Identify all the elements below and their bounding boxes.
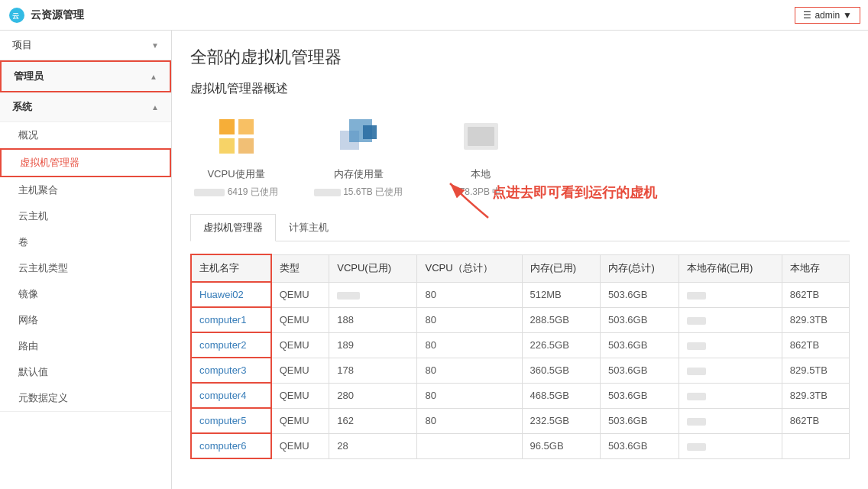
table-row: computer4QEMU28080468.5GB503.6GB829.3TB — [191, 383, 850, 408]
local-icon — [454, 109, 507, 163]
admin-button[interactable]: ☰ admin ▼ — [795, 7, 860, 24]
svg-rect-2 — [219, 119, 235, 134]
cell-type: QEMU — [271, 433, 329, 458]
cell-type: QEMU — [271, 383, 329, 408]
cell-host-name[interactable]: computer4 — [191, 383, 271, 408]
vcpu-stat-card: VCPU使用量 6419 已使用 — [190, 109, 282, 199]
local-used-blurred — [687, 393, 706, 400]
svg-rect-3 — [238, 119, 254, 134]
topbar: 云 云资源管理 ☰ admin ▼ — [0, 0, 868, 31]
admin-chevron-icon: ▼ — [843, 10, 852, 21]
local-used-blurred — [687, 418, 706, 426]
cell-host-name[interactable]: computer2 — [191, 332, 271, 358]
col-vcpu-total: VCPU（总计） — [417, 254, 522, 282]
sidebar-network-label: 网络 — [18, 314, 38, 325]
sidebar-item-metadata[interactable]: 元数据定义 — [0, 385, 171, 411]
cell-vcpu-used: 280 — [329, 383, 417, 408]
logo-icon: 云 — [8, 6, 26, 24]
local-used-blurred — [687, 342, 706, 350]
col-vcpu-used: VCPU(已用) — [329, 254, 417, 282]
admin-menu-icon: ☰ — [803, 10, 811, 21]
sidebar-system-section[interactable]: 系统 ▲ — [0, 92, 171, 122]
cell-local-used — [679, 433, 782, 458]
cell-type: QEMU — [271, 332, 329, 358]
sidebar-item-vm-manager[interactable]: 虚拟机管理器 — [0, 148, 171, 177]
stats-row: VCPU使用量 6419 已使用 内存使用量 — [190, 109, 850, 199]
sidebar-volume-label: 卷 — [18, 236, 28, 248]
cell-local-used — [679, 358, 782, 383]
local-used-blurred — [687, 368, 706, 375]
svg-rect-5 — [238, 138, 254, 154]
cell-mem-total: 503.6GB — [601, 307, 679, 332]
cell-mem-used: 468.5GB — [522, 383, 601, 408]
memory-text: 15.6TB 已使用 — [343, 186, 403, 197]
memory-blurred — [314, 189, 341, 196]
memory-icon — [332, 109, 385, 163]
local-used-blurred — [687, 443, 706, 451]
system-chevron-icon: ▲ — [151, 103, 159, 112]
tabs: 虚拟机管理器 计算主机 — [190, 214, 850, 241]
table-row: computer5QEMU16280232.5GB503.6GB862TB — [191, 408, 850, 433]
sidebar-default-label: 默认值 — [18, 366, 48, 377]
cell-mem-used: 360.5GB — [522, 358, 601, 383]
sidebar-item-cloud-host-type[interactable]: 云主机类型 — [0, 255, 171, 281]
sidebar-cloud-host-type-label: 云主机类型 — [18, 262, 68, 274]
cell-vcpu-used — [329, 282, 417, 307]
cell-mem-used: 226.5GB — [522, 332, 601, 358]
vcpu-used-blurred — [337, 292, 360, 300]
sidebar-item-default[interactable]: 默认值 — [0, 359, 171, 385]
tab-compute-host[interactable]: 计算主机 — [276, 214, 342, 241]
cell-host-name[interactable]: computer6 — [191, 433, 271, 458]
sidebar-item-overview[interactable]: 概况 — [0, 122, 171, 148]
svg-rect-10 — [468, 127, 494, 146]
sidebar-item-host-aggregate[interactable]: 主机聚合 — [0, 177, 171, 203]
cell-local-total: 829.5TB — [782, 358, 849, 383]
sidebar-item-cloud-host[interactable]: 云主机 — [0, 203, 171, 229]
sidebar-item-network[interactable]: 网络 — [0, 307, 171, 333]
table-row: computer6QEMU2896.5GB503.6GB — [191, 433, 850, 458]
cell-vcpu-total: 80 — [417, 332, 522, 358]
sidebar-image-label: 镜像 — [18, 288, 38, 300]
cell-mem-total: 503.6GB — [601, 383, 679, 408]
sidebar-item-route[interactable]: 路由 — [0, 333, 171, 359]
cell-local-total: 862TB — [782, 408, 849, 433]
col-mem-total: 内存(总计) — [601, 254, 679, 282]
col-local-total: 本地存 — [782, 254, 849, 282]
cell-local-used — [679, 408, 782, 433]
sidebar-cloud-host-label: 云主机 — [18, 210, 48, 222]
cell-vcpu-total: 80 — [417, 408, 522, 433]
cell-vcpu-total: 80 — [417, 383, 522, 408]
cell-host-name[interactable]: computer3 — [191, 358, 271, 383]
tab-compute-host-label: 计算主机 — [289, 222, 329, 233]
cell-local-total: 829.3TB — [782, 383, 849, 408]
table-row: computer3QEMU17880360.5GB503.6GB829.5TB — [191, 358, 850, 383]
cell-mem-used: 232.5GB — [522, 408, 601, 433]
sidebar-admin-label: 管理员 — [14, 70, 44, 83]
cell-local-total: 862TB — [782, 332, 849, 358]
local-used-blurred — [687, 317, 706, 325]
memory-value: 15.6TB 已使用 — [314, 186, 403, 199]
cell-mem-used: 288.5GB — [522, 307, 601, 332]
tab-vm-manager[interactable]: 虚拟机管理器 — [190, 214, 276, 241]
cell-mem-total: 503.6GB — [601, 408, 679, 433]
cell-local-used — [679, 383, 782, 408]
sidebar-admin-section[interactable]: 管理员 ▲ — [0, 60, 171, 92]
table-row: computer1QEMU18880288.5GB503.6GB829.3TB — [191, 307, 850, 332]
vcpu-label: VCPU使用量 — [207, 167, 264, 181]
sidebar-item-image[interactable]: 镜像 — [0, 281, 171, 307]
cell-host-name[interactable]: Huawei02 — [191, 282, 271, 307]
cell-mem-total: 503.6GB — [601, 433, 679, 458]
cell-host-name[interactable]: computer5 — [191, 408, 271, 433]
cell-vcpu-total: 80 — [417, 282, 522, 307]
table-wrapper: 主机名字 类型 VCPU(已用) VCPU（总计） 内存(已用) 内存(总计) … — [190, 254, 850, 459]
cell-type: QEMU — [271, 408, 329, 433]
svg-text:云: 云 — [12, 12, 19, 20]
cell-local-total — [782, 433, 849, 458]
content-area: 全部的虚拟机管理器 虚拟机管理器概述 VCPU使用量 6419 已使用 — [172, 31, 868, 489]
cell-local-used — [679, 307, 782, 332]
cell-mem-total: 503.6GB — [601, 282, 679, 307]
sidebar-item-volume[interactable]: 卷 — [0, 229, 171, 255]
sidebar-item-project[interactable]: 项目 ▼ — [0, 31, 171, 60]
cell-vcpu-used: 178 — [329, 358, 417, 383]
cell-host-name[interactable]: computer1 — [191, 307, 271, 332]
